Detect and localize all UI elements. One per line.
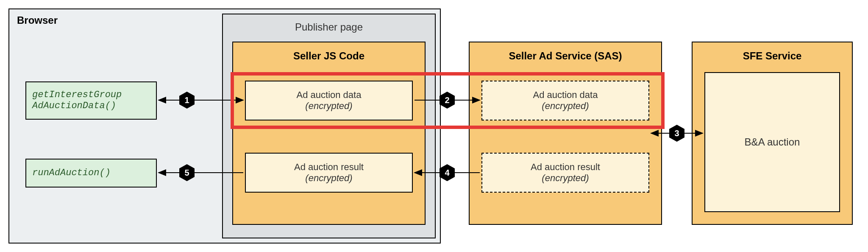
- step-badge-4: 4: [438, 164, 456, 182]
- sfe-title: SFE Service: [693, 50, 852, 62]
- seller-js-ad-auction-result: Ad auction result (encrypted): [245, 153, 413, 193]
- seller-js-title: Seller JS Code: [233, 50, 425, 62]
- seller-js-container: Seller JS Code: [232, 42, 426, 225]
- api-get-interest-group-line2: AdAuctionData(): [32, 101, 116, 111]
- step-num-5: 5: [178, 164, 196, 182]
- sas-ad-auction-data: Ad auction data (encrypted): [481, 81, 649, 120]
- seller-js-data-title: Ad auction data: [297, 90, 362, 101]
- sas-result-sub: (encrypted): [542, 173, 589, 184]
- sas-title: Seller Ad Service (SAS): [470, 50, 661, 62]
- sas-ad-auction-result: Ad auction result (encrypted): [481, 153, 649, 193]
- publisher-page-label: Publisher page: [223, 21, 435, 33]
- sfe-ba-auction: B&A auction: [704, 72, 840, 212]
- step-num-1: 1: [178, 91, 196, 109]
- api-run-ad-auction: runAdAuction(): [25, 159, 157, 188]
- browser-label: Browser: [17, 14, 58, 26]
- diagram-root: Browser Publisher page Seller JS Code Se…: [8, 8, 860, 244]
- sas-data-sub: (encrypted): [542, 101, 589, 112]
- seller-js-result-title: Ad auction result: [294, 162, 364, 173]
- seller-js-result-sub: (encrypted): [305, 173, 352, 184]
- step-badge-2: 2: [438, 91, 456, 109]
- step-num-3: 3: [668, 124, 686, 142]
- seller-js-ad-auction-data: Ad auction data (encrypted): [245, 81, 413, 120]
- api-run-ad-auction-label: runAdAuction(): [32, 168, 111, 179]
- sas-data-title: Ad auction data: [533, 90, 598, 101]
- step-badge-1: 1: [178, 91, 196, 109]
- step-num-4: 4: [438, 164, 456, 182]
- seller-js-data-sub: (encrypted): [305, 101, 352, 112]
- sas-container: Seller Ad Service (SAS): [469, 42, 662, 225]
- step-badge-5: 5: [178, 164, 196, 182]
- sfe-auction-label: B&A auction: [745, 136, 800, 148]
- step-badge-3: 3: [668, 124, 686, 142]
- api-get-interest-group-line1: getInterestGroup: [32, 90, 122, 100]
- step-num-2: 2: [438, 91, 456, 109]
- sas-result-title: Ad auction result: [531, 162, 600, 173]
- api-get-interest-group: getInterestGroup AdAuctionData(): [25, 81, 157, 120]
